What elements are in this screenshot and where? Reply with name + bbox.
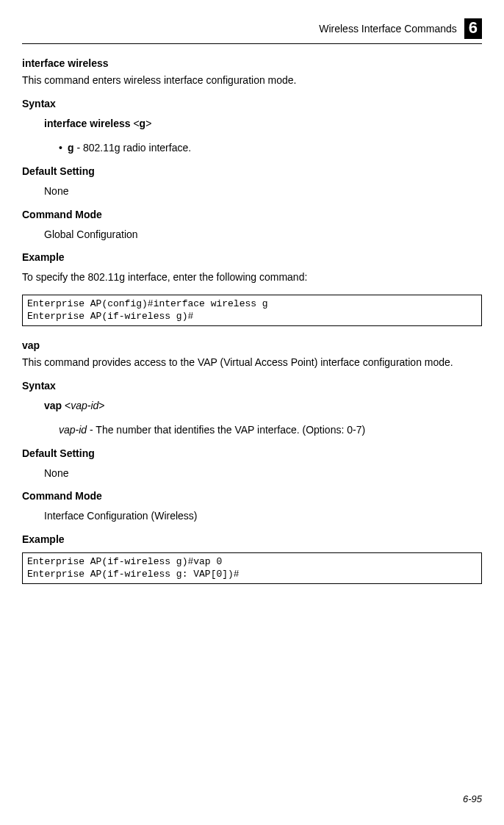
cmd1-example-label: Example	[22, 251, 482, 263]
syntax-arg: vap-id	[71, 400, 98, 411]
cmd2-syntax-label: Syntax	[22, 380, 482, 392]
cmd1-default-label: Default Setting	[22, 165, 482, 177]
header-title: Wireless Interface Commands	[319, 23, 457, 35]
bullet-icon: •	[59, 141, 68, 155]
page-header: Wireless Interface Commands 6	[22, 18, 482, 39]
param-name: vap-id	[59, 424, 87, 436]
cmd1-syntax-line: interface wireless <g>	[44, 117, 482, 131]
syntax-arg: g	[140, 118, 146, 129]
cmd2-example-label: Example	[22, 533, 482, 545]
cmd1-title: interface wireless	[22, 57, 482, 69]
cmd2-code-block: Enterprise AP(if-wireless g)#vap 0 Enter…	[22, 552, 482, 584]
cmd2-mode-value: Interface Configuration (Wireless)	[44, 509, 482, 523]
chapter-number-box: 6	[464, 18, 482, 39]
param-name: g	[68, 142, 74, 154]
cmd1-param-line: •g - 802.11g radio interface.	[59, 141, 482, 155]
syntax-open: <	[62, 400, 71, 411]
syntax-open: <	[131, 118, 140, 129]
cmd2-syntax-line: vap <vap-id>	[44, 399, 482, 413]
cmd1-default-value: None	[44, 184, 482, 198]
syntax-keyword: interface wireless	[44, 118, 131, 129]
syntax-keyword: vap	[44, 400, 62, 411]
cmd2-default-label: Default Setting	[22, 447, 482, 459]
cmd1-description: This command enters wireless interface c…	[22, 73, 482, 87]
cmd2-param-line: vap-id - The number that identifies the …	[59, 423, 482, 437]
cmd1-example-desc: To specify the 802.11g interface, enter …	[22, 270, 482, 284]
cmd1-mode-value: Global Configuration	[44, 228, 482, 242]
cmd2-description: This command provides access to the VAP …	[22, 356, 482, 370]
cmd2-title: vap	[22, 339, 482, 351]
cmd2-mode-label: Command Mode	[22, 490, 482, 502]
cmd2-default-value: None	[44, 466, 482, 480]
header-divider	[22, 43, 482, 44]
cmd1-mode-label: Command Mode	[22, 209, 482, 220]
cmd1-syntax-label: Syntax	[22, 98, 482, 109]
page-number: 6-95	[463, 793, 482, 804]
cmd1-code-block: Enterprise AP(config)#interface wireless…	[22, 295, 482, 326]
param-desc: - 802.11g radio interface.	[74, 142, 192, 154]
syntax-close: >	[145, 118, 151, 129]
syntax-close: >	[98, 400, 104, 411]
param-desc: - The number that identifies the VAP int…	[87, 424, 365, 436]
